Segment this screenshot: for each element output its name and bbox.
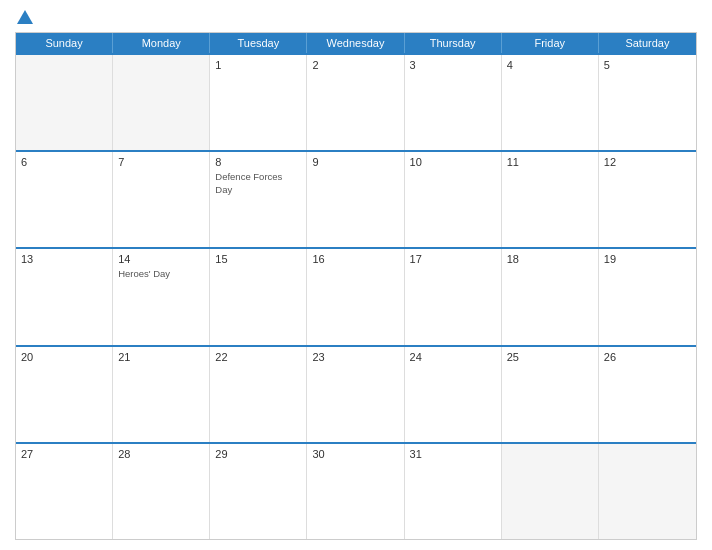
day-number: 3	[410, 59, 496, 71]
day-number: 16	[312, 253, 398, 265]
day-number: 6	[21, 156, 107, 168]
day-cell: 27	[16, 444, 113, 539]
day-header-tuesday: Tuesday	[210, 33, 307, 53]
day-number: 15	[215, 253, 301, 265]
day-number: 28	[118, 448, 204, 460]
day-cell: 23	[307, 347, 404, 442]
day-cell: 17	[405, 249, 502, 344]
day-cell: 31	[405, 444, 502, 539]
day-cell: 25	[502, 347, 599, 442]
day-cell	[113, 55, 210, 150]
day-number: 9	[312, 156, 398, 168]
day-number: 30	[312, 448, 398, 460]
day-cell: 3	[405, 55, 502, 150]
day-number: 27	[21, 448, 107, 460]
day-number: 4	[507, 59, 593, 71]
logo-triangle-icon	[17, 10, 33, 24]
day-number: 18	[507, 253, 593, 265]
day-number: 24	[410, 351, 496, 363]
day-cell: 16	[307, 249, 404, 344]
day-cell: 10	[405, 152, 502, 247]
day-number: 21	[118, 351, 204, 363]
holiday-label: Defence Forces Day	[215, 171, 301, 196]
day-cell: 30	[307, 444, 404, 539]
day-cell: 1	[210, 55, 307, 150]
day-cell: 29	[210, 444, 307, 539]
week-row-2: 678Defence Forces Day9101112	[16, 150, 696, 247]
day-cell: 4	[502, 55, 599, 150]
day-number: 13	[21, 253, 107, 265]
day-number: 5	[604, 59, 691, 71]
calendar-weeks: 12345678Defence Forces Day91011121314Her…	[16, 53, 696, 539]
day-number: 31	[410, 448, 496, 460]
day-number: 14	[118, 253, 204, 265]
day-header-sunday: Sunday	[16, 33, 113, 53]
day-number: 1	[215, 59, 301, 71]
day-cell: 6	[16, 152, 113, 247]
day-number: 22	[215, 351, 301, 363]
day-header-saturday: Saturday	[599, 33, 696, 53]
day-cell: 21	[113, 347, 210, 442]
day-number: 2	[312, 59, 398, 71]
day-cell: 26	[599, 347, 696, 442]
calendar-grid: SundayMondayTuesdayWednesdayThursdayFrid…	[15, 32, 697, 540]
logo	[15, 10, 35, 24]
day-number: 26	[604, 351, 691, 363]
day-number: 19	[604, 253, 691, 265]
day-header-monday: Monday	[113, 33, 210, 53]
day-cell: 13	[16, 249, 113, 344]
day-cell: 9	[307, 152, 404, 247]
day-cell: 5	[599, 55, 696, 150]
day-cell: 2	[307, 55, 404, 150]
day-cell: 18	[502, 249, 599, 344]
day-number: 17	[410, 253, 496, 265]
day-cell: 7	[113, 152, 210, 247]
day-number: 7	[118, 156, 204, 168]
day-cell	[16, 55, 113, 150]
day-number: 10	[410, 156, 496, 168]
day-cell: 14Heroes' Day	[113, 249, 210, 344]
day-cell: 11	[502, 152, 599, 247]
day-cell: 12	[599, 152, 696, 247]
day-cell: 24	[405, 347, 502, 442]
day-header-thursday: Thursday	[405, 33, 502, 53]
day-cell: 19	[599, 249, 696, 344]
day-number: 25	[507, 351, 593, 363]
day-number: 23	[312, 351, 398, 363]
day-header-friday: Friday	[502, 33, 599, 53]
day-cell: 15	[210, 249, 307, 344]
day-cell	[502, 444, 599, 539]
week-row-4: 20212223242526	[16, 345, 696, 442]
day-headers-row: SundayMondayTuesdayWednesdayThursdayFrid…	[16, 33, 696, 53]
day-cell: 22	[210, 347, 307, 442]
calendar-header	[15, 10, 697, 24]
day-number: 29	[215, 448, 301, 460]
week-row-5: 2728293031	[16, 442, 696, 539]
day-number: 8	[215, 156, 301, 168]
day-number: 11	[507, 156, 593, 168]
day-cell: 28	[113, 444, 210, 539]
week-row-3: 1314Heroes' Day1516171819	[16, 247, 696, 344]
day-number: 20	[21, 351, 107, 363]
day-number: 12	[604, 156, 691, 168]
week-row-1: 12345	[16, 53, 696, 150]
day-cell: 20	[16, 347, 113, 442]
day-cell	[599, 444, 696, 539]
holiday-label: Heroes' Day	[118, 268, 204, 280]
day-header-wednesday: Wednesday	[307, 33, 404, 53]
day-cell: 8Defence Forces Day	[210, 152, 307, 247]
